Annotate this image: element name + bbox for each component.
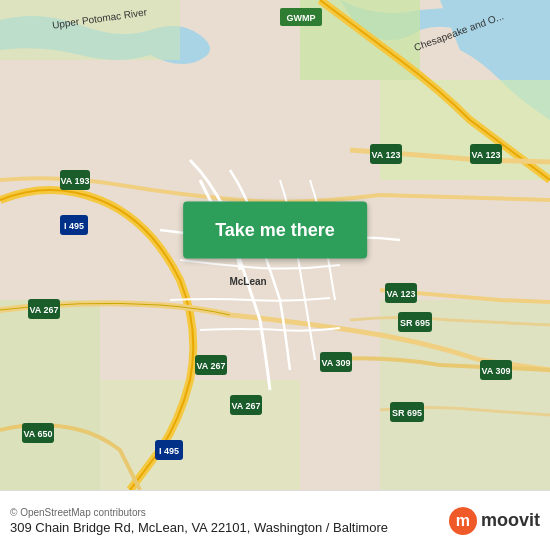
address-text: 309 Chain Bridge Rd, McLean, VA 22101, W…	[10, 520, 388, 535]
svg-rect-2	[0, 0, 180, 60]
svg-text:SR 695: SR 695	[400, 318, 430, 328]
map-container: I 495 I 495 VA 193 VA 267 VA 267 VA 267 …	[0, 0, 550, 490]
svg-text:VA 193: VA 193	[60, 176, 89, 186]
svg-text:VA 267: VA 267	[231, 401, 260, 411]
moovit-text: moovit	[481, 510, 540, 531]
svg-text:VA 123: VA 123	[386, 289, 415, 299]
svg-text:SR 695: SR 695	[392, 408, 422, 418]
footer-left: © OpenStreetMap contributors 309 Chain B…	[10, 507, 388, 535]
moovit-m-icon: m	[449, 507, 477, 535]
svg-text:I 495: I 495	[64, 221, 84, 231]
svg-text:VA 123: VA 123	[371, 150, 400, 160]
svg-text:VA 309: VA 309	[481, 366, 510, 376]
osm-credit: © OpenStreetMap contributors	[10, 507, 388, 518]
svg-text:GWMP: GWMP	[287, 13, 316, 23]
svg-text:VA 267: VA 267	[29, 305, 58, 315]
footer: © OpenStreetMap contributors 309 Chain B…	[0, 490, 550, 550]
svg-text:VA 650: VA 650	[23, 429, 52, 439]
take-me-there-button[interactable]: Take me there	[183, 202, 367, 259]
svg-text:VA 267: VA 267	[196, 361, 225, 371]
svg-text:McLean: McLean	[229, 276, 266, 287]
svg-rect-4	[0, 300, 100, 490]
svg-text:I 495: I 495	[159, 446, 179, 456]
svg-text:VA 309: VA 309	[321, 358, 350, 368]
moovit-logo: m moovit	[449, 507, 540, 535]
svg-text:VA 123: VA 123	[471, 150, 500, 160]
